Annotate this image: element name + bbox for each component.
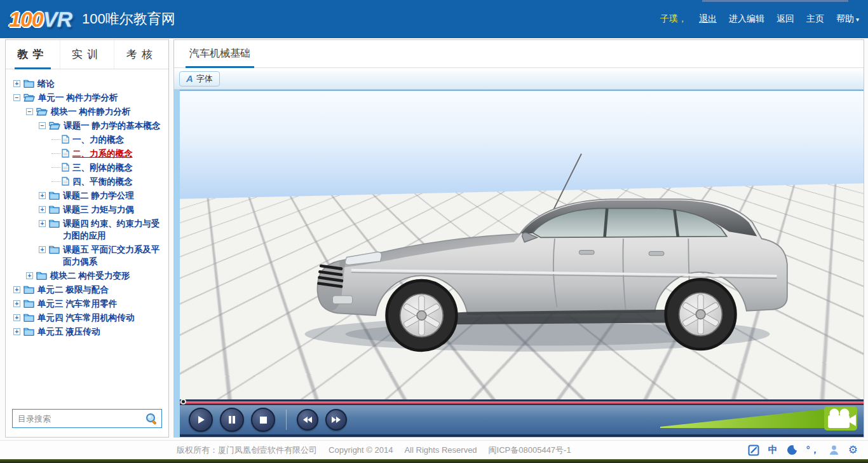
tree-item[interactable]: +课题三 力矩与力偶 — [11, 204, 166, 216]
magnifier-icon[interactable] — [145, 412, 158, 428]
tree-item-label[interactable]: 模块二 构件受力变形 — [50, 270, 166, 282]
3d-viewport[interactable] — [180, 90, 864, 399]
tree-item[interactable]: +课题四 约束、约束力与受力图的应用 — [11, 218, 166, 242]
collapse-minus-icon[interactable]: − — [26, 108, 33, 115]
silver-sedan-3d-model[interactable] — [281, 118, 793, 374]
tree-item[interactable]: 三、刚体的概念 — [11, 162, 166, 174]
tree-item-label[interactable]: 单元三 汽车常用零件 — [37, 298, 166, 310]
forward-button[interactable] — [325, 409, 347, 431]
folder-closed-icon — [36, 271, 47, 280]
tree-item-label[interactable]: 单元二 极限与配合 — [37, 284, 166, 296]
seek-knob[interactable] — [180, 399, 186, 404]
tab-assessment[interactable]: 考核 — [114, 40, 168, 69]
document-icon — [62, 163, 69, 172]
tree-item[interactable]: −课题一 静力学的基本概念 — [11, 120, 166, 132]
tree-item-label[interactable]: 单元一 构件力学分析 — [38, 92, 166, 104]
tree-item[interactable]: +绪论 — [11, 78, 166, 90]
stop-button[interactable] — [251, 408, 275, 432]
logout-link[interactable]: 退出 — [699, 13, 717, 25]
tree-item-label[interactable]: 课题二 静力学公理 — [63, 190, 166, 202]
tree-item-label[interactable]: 二、力系的概念 — [72, 148, 166, 160]
course-tree: +绪论−单元一 构件力学分析−模块一 构件静力分析−课题一 静力学的基本概念一、… — [6, 69, 168, 404]
viewer-wrap — [174, 90, 864, 437]
user-icon[interactable] — [829, 445, 839, 455]
tree-item[interactable]: +课题五 平面汇交力系及平面力偶系 — [11, 244, 166, 268]
expand-plus-icon[interactable]: + — [13, 328, 20, 335]
home-link[interactable]: 主页 — [806, 13, 824, 25]
collapse-minus-icon[interactable]: − — [39, 122, 46, 129]
site-title: 100唯尔教育网 — [82, 10, 175, 29]
header-highlight-strip — [702, 0, 848, 2]
expand-plus-icon[interactable]: + — [13, 286, 20, 293]
expand-plus-icon[interactable]: + — [13, 300, 20, 307]
tree-item-label[interactable]: 单元五 液压传动 — [37, 326, 166, 338]
folder-open-icon — [49, 121, 60, 130]
punctuation-icon[interactable]: °， — [806, 444, 820, 456]
tree-item[interactable]: +单元二 极限与配合 — [11, 284, 166, 296]
tab-teaching[interactable]: 教学 — [6, 40, 60, 69]
system-tray: 中 °， ⚙ — [748, 443, 868, 457]
tab-course-auto-mechanics[interactable]: 汽车机械基础 — [187, 47, 253, 67]
expand-plus-icon[interactable]: + — [39, 220, 46, 227]
expand-plus-icon[interactable]: + — [39, 246, 46, 253]
tree-connector — [51, 139, 60, 140]
moon-icon[interactable] — [787, 445, 797, 455]
tree-item-label[interactable]: 三、刚体的概念 — [72, 162, 166, 174]
course-sidebar: 教学 实训 考核 +绪论−单元一 构件力学分析−模块一 构件静力分析−课题一 静… — [5, 39, 169, 438]
tree-item[interactable]: −模块一 构件静力分析 — [11, 106, 166, 118]
tree-item[interactable]: 四、平衡的概念 — [11, 176, 166, 188]
document-icon — [62, 149, 69, 158]
italic-A-icon: A — [186, 73, 193, 84]
collapse-minus-icon[interactable]: − — [13, 94, 20, 101]
catalog-search-input[interactable] — [12, 409, 162, 428]
player-controls — [180, 405, 864, 437]
folder-open-icon — [24, 93, 35, 102]
help-menu[interactable]: 帮助▾ — [836, 13, 859, 25]
folder-closed-icon — [24, 327, 34, 336]
tree-item[interactable]: +单元三 汽车常用零件 — [11, 298, 166, 310]
tree-item-label[interactable]: 课题五 平面汇交力系及平面力偶系 — [63, 244, 166, 268]
viewer-toolbar: A 字体 — [174, 68, 864, 90]
seek-bar[interactable] — [180, 399, 864, 405]
tree-item-label[interactable]: 课题一 静力学的基本概念 — [64, 120, 166, 132]
tree-item-label[interactable]: 课题四 约束、约束力与受力图的应用 — [63, 218, 166, 242]
expand-plus-icon[interactable]: + — [39, 192, 46, 199]
enter-edit-link[interactable]: 进入编辑 — [729, 13, 764, 25]
tree-item-label[interactable]: 课题三 力矩与力偶 — [63, 204, 166, 216]
pause-button[interactable] — [220, 408, 244, 432]
input-pen-icon[interactable] — [748, 445, 759, 456]
folder-closed-icon — [49, 245, 60, 254]
expand-plus-icon[interactable]: + — [26, 272, 33, 279]
back-link[interactable]: 返回 — [776, 13, 794, 25]
tree-item-label[interactable]: 一、力的概念 — [72, 134, 166, 146]
tab-training[interactable]: 实训 — [60, 40, 115, 69]
settings-gear-icon[interactable]: ⚙ — [848, 443, 858, 457]
expand-plus-icon[interactable]: + — [13, 314, 20, 321]
rewind-button[interactable] — [297, 409, 318, 431]
expand-plus-icon[interactable]: + — [39, 206, 46, 213]
folder-open-icon — [36, 107, 48, 116]
tree-item-label[interactable]: 模块一 构件静力分析 — [51, 106, 166, 118]
site-logo[interactable]: 100VR — [9, 7, 72, 32]
stop-icon — [259, 416, 268, 424]
tree-item-label[interactable]: 绪论 — [37, 78, 166, 90]
volume-camera-zone[interactable] — [660, 405, 857, 431]
tree-item[interactable]: +单元五 液压传动 — [11, 326, 166, 338]
play-button[interactable] — [189, 408, 213, 432]
tree-item[interactable]: 一、力的概念 — [11, 134, 166, 146]
tree-item-label[interactable]: 四、平衡的概念 — [72, 176, 166, 188]
folder-closed-icon — [24, 285, 34, 294]
tree-item[interactable]: +单元四 汽车常用机构传动 — [11, 312, 166, 324]
expand-plus-icon[interactable]: + — [13, 80, 20, 87]
tree-item[interactable]: 二、力系的概念 — [11, 148, 166, 160]
font-button[interactable]: A 字体 — [179, 71, 220, 86]
tree-item-label[interactable]: 单元四 汽车常用机构传动 — [37, 312, 166, 324]
tree-item[interactable]: −单元一 构件力学分析 — [11, 92, 166, 104]
document-icon — [62, 135, 69, 144]
username-label: 子璞， — [660, 13, 687, 25]
logo-100-text: 100 — [9, 7, 43, 31]
folder-closed-icon — [49, 191, 60, 200]
tree-item[interactable]: +课题二 静力学公理 — [11, 190, 166, 202]
tree-item[interactable]: +模块二 构件受力变形 — [11, 270, 166, 282]
chinese-mode-icon[interactable]: 中 — [768, 444, 778, 456]
